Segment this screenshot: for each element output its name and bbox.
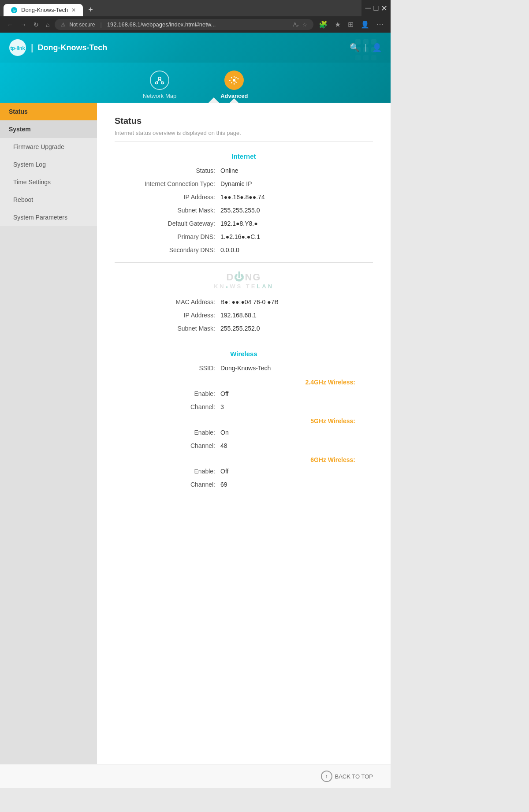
band-5ghz-enable-label: Enable: bbox=[115, 429, 220, 436]
internet-ip-label: IP Address: bbox=[115, 194, 220, 201]
ssid-row: SSID: Dong-Knows-Tech bbox=[115, 365, 373, 372]
wireless-section-title: Wireless bbox=[115, 350, 373, 358]
url-text: 192.168.68.1/webpages/index.html#netw... bbox=[107, 21, 290, 28]
browser-action-icons: 🧩 ★ ⊞ 👤 ⋯ bbox=[317, 19, 385, 30]
network-map-label: Network Map bbox=[143, 93, 177, 99]
tab-bar: tp Dong-Knows-Tech ✕ + ─ □ ✕ bbox=[0, 0, 391, 16]
sidebar-item-system-log[interactable]: System Log bbox=[0, 156, 97, 173]
wireless-section: Wireless SSID: Dong-Knows-Tech 2.4GHz Wi… bbox=[115, 350, 373, 488]
page-title: Status bbox=[115, 116, 373, 126]
band-24ghz-enable-value: Off bbox=[220, 390, 228, 397]
band-6ghz-enable-label: Enable: bbox=[115, 468, 220, 475]
svg-text:tp: tp bbox=[13, 9, 16, 12]
band-6ghz-enable-row: Enable: Off bbox=[115, 468, 373, 475]
sidebar-item-firmware-upgrade[interactable]: Firmware Upgrade bbox=[0, 138, 97, 156]
back-to-top-button[interactable]: ↑ BACK TO TOP bbox=[321, 771, 373, 782]
sidebar-item-reboot[interactable]: Reboot bbox=[0, 191, 97, 209]
read-mode-icon: Aᵥ bbox=[293, 22, 299, 28]
app-header: tp-link | Dong-Knows-Tech 🔍 | 👤 bbox=[0, 33, 391, 63]
band-24ghz-channel-label: Channel: bbox=[115, 403, 220, 410]
sidebar-item-status[interactable]: Status bbox=[0, 103, 97, 120]
svg-point-16 bbox=[155, 82, 157, 84]
lan-section: MAC Address: B●: ●●:●04 76-0 ●7B IP Addr… bbox=[115, 298, 373, 332]
advanced-label: Advanced bbox=[220, 93, 248, 99]
refresh-button[interactable]: ↻ bbox=[32, 20, 41, 29]
profile-icon[interactable]: 👤 bbox=[359, 19, 371, 30]
close-window-button[interactable]: ✕ bbox=[381, 5, 387, 11]
browser-chrome: tp Dong-Knows-Tech ✕ + ─ □ ✕ ← → ↻ ⌂ ⚠ N… bbox=[0, 0, 391, 33]
tab-network-map[interactable]: Network Map bbox=[134, 67, 186, 103]
sidebar-item-system[interactable]: System bbox=[0, 120, 97, 138]
lan-ip-label: IP Address: bbox=[115, 312, 220, 319]
band-6ghz-channel-value: 69 bbox=[220, 481, 227, 488]
tab-close-button[interactable]: ✕ bbox=[71, 7, 76, 13]
internet-section: Internet Status: Online Internet Connect… bbox=[115, 153, 373, 253]
ssid-label: SSID: bbox=[115, 365, 220, 372]
star-icon: ☆ bbox=[302, 22, 307, 28]
brand-separator: | bbox=[31, 43, 34, 53]
security-warning-text: Not secure bbox=[69, 22, 95, 28]
connection-type-row: Internet Connection Type: Dynamic IP bbox=[115, 180, 373, 187]
svg-rect-10 bbox=[371, 55, 376, 60]
header-actions: 🔍 | 👤 bbox=[350, 43, 382, 52]
minimize-button[interactable]: ─ bbox=[365, 5, 371, 11]
user-icon[interactable]: 👤 bbox=[372, 43, 382, 52]
band-5ghz-channel-value: 48 bbox=[220, 442, 227, 449]
internet-subnet-value: 255.255.255.0 bbox=[220, 207, 260, 214]
address-bar: ← → ↻ ⌂ ⚠ Not secure | 192.168.68.1/webp… bbox=[0, 16, 391, 33]
new-tab-button[interactable]: + bbox=[85, 4, 97, 16]
watermark: D⏻NG KN●WS TELAN bbox=[115, 272, 373, 290]
ssid-value: Dong-Knows-Tech bbox=[220, 365, 271, 372]
secondary-dns-label: Secondary DNS: bbox=[115, 246, 220, 253]
svg-point-20 bbox=[233, 79, 235, 82]
lan-subnet-value: 255.255.252.0 bbox=[220, 325, 260, 332]
back-to-top-icon: ↑ bbox=[321, 771, 332, 782]
gateway-label: Default Gateway: bbox=[115, 220, 220, 227]
collections-icon[interactable]: ⊞ bbox=[346, 19, 355, 30]
header-logo: tp-link | Dong-Knows-Tech bbox=[9, 39, 107, 56]
band-24ghz-channel-row: Channel: 3 bbox=[115, 403, 373, 410]
back-button[interactable]: ← bbox=[5, 20, 15, 29]
lan-ip-row: IP Address: 192.168.68.1 bbox=[115, 312, 373, 319]
status-label: Status: bbox=[115, 167, 220, 174]
mac-address-row: MAC Address: B●: ●●:●04 76-0 ●7B bbox=[115, 298, 373, 305]
mac-address-value: B●: ●●:●04 76-0 ●7B bbox=[220, 298, 279, 305]
maximize-button[interactable]: □ bbox=[373, 5, 379, 11]
more-icon[interactable]: ⋯ bbox=[375, 19, 385, 30]
connection-type-value: Dynamic IP bbox=[220, 180, 252, 187]
main-nav: Network Map Advanced bbox=[0, 63, 391, 103]
content-area: Status Internet status overview is displ… bbox=[97, 103, 391, 764]
internet-subnet-row: Subnet Mask: 255.255.255.0 bbox=[115, 207, 373, 214]
favorites-icon[interactable]: ★ bbox=[333, 19, 343, 30]
sidebar-item-time-settings[interactable]: Time Settings bbox=[0, 173, 97, 191]
sidebar-item-system-parameters[interactable]: System Parameters bbox=[0, 209, 97, 226]
lan-divider bbox=[115, 341, 373, 341]
extensions-icon[interactable]: 🧩 bbox=[317, 19, 329, 30]
mac-address-label: MAC Address: bbox=[115, 298, 220, 305]
band-6ghz-title: 6GHz Wireless: bbox=[115, 456, 373, 463]
lan-subnet-label: Subnet Mask: bbox=[115, 325, 220, 332]
band-5ghz-title: 5GHz Wireless: bbox=[115, 417, 373, 425]
forward-button[interactable]: → bbox=[19, 20, 28, 29]
band-5ghz-enable-value: On bbox=[220, 429, 229, 436]
gateway-value: 192.1●8.Y8.● bbox=[220, 220, 258, 227]
security-warning-icon: ⚠ bbox=[61, 22, 66, 28]
internet-status-row: Status: Online bbox=[115, 167, 373, 174]
search-icon[interactable]: 🔍 bbox=[350, 43, 359, 52]
browser-tabs: tp Dong-Knows-Tech ✕ + bbox=[0, 0, 361, 16]
svg-text:tp-link: tp-link bbox=[11, 45, 26, 51]
band-24ghz-channel-value: 3 bbox=[220, 403, 224, 410]
active-tab[interactable]: tp Dong-Knows-Tech ✕ bbox=[4, 4, 83, 16]
band-5ghz-channel-label: Channel: bbox=[115, 442, 220, 449]
home-button[interactable]: ⌂ bbox=[44, 20, 51, 29]
sidebar: Status System Firmware Upgrade System Lo… bbox=[0, 103, 97, 764]
network-map-icon bbox=[150, 71, 169, 90]
secondary-dns-row: Secondary DNS: 0.0.0.0 bbox=[115, 246, 373, 253]
band-24ghz-title: 2.4GHz Wireless: bbox=[115, 379, 373, 386]
band-24ghz-enable-label: Enable: bbox=[115, 390, 220, 397]
status-value: Online bbox=[220, 167, 238, 174]
band-24ghz-enable-row: Enable: Off bbox=[115, 390, 373, 397]
svg-rect-9 bbox=[363, 55, 369, 60]
address-input[interactable]: ⚠ Not secure | 192.168.68.1/webpages/ind… bbox=[55, 19, 313, 30]
svg-point-15 bbox=[158, 77, 161, 80]
